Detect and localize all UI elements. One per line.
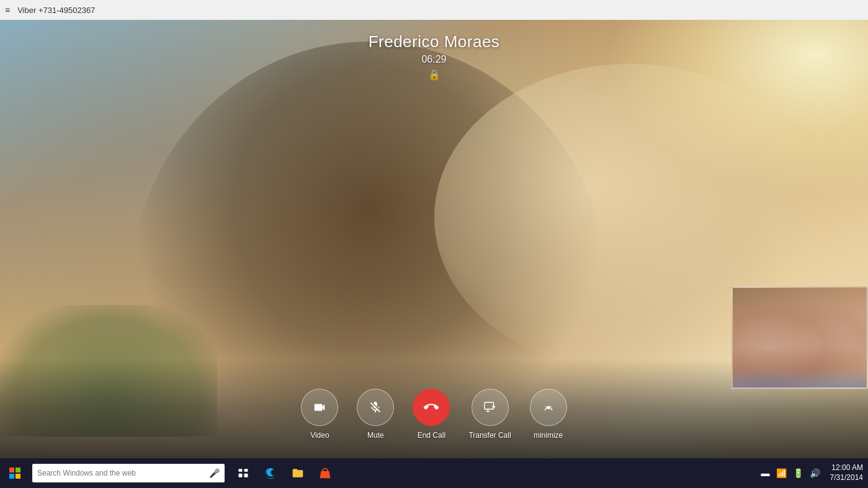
end-call-circle[interactable]	[413, 389, 450, 426]
minimize-button[interactable]: minimize	[530, 389, 567, 440]
minimize-circle[interactable]	[530, 389, 567, 426]
title-bar: ≡ Viber +731-49502367	[0, 0, 868, 20]
end-call-button[interactable]: End Call	[413, 389, 450, 440]
svg-rect-0	[484, 402, 493, 409]
video-label: Video	[310, 431, 329, 440]
file-explorer-button[interactable]	[284, 458, 311, 488]
microphone-icon: 🎤	[209, 468, 220, 478]
video-area: Frederico Moraes 06:29 🔒 Video Mute	[0, 20, 868, 458]
svg-rect-2	[244, 469, 248, 472]
mute-label: Mute	[367, 431, 384, 440]
store-button[interactable]	[311, 458, 339, 488]
start-button[interactable]	[0, 458, 30, 488]
system-tray: ▬ 📶 🔋 🔊 12:00 AM 7/31/2014	[761, 463, 868, 482]
minimize-label: minimize	[534, 431, 563, 440]
tray-icons: ▬ 📶 🔋 🔊	[761, 468, 820, 478]
network-icon[interactable]: 📶	[776, 468, 787, 478]
call-duration: 06:29	[0, 54, 868, 65]
video-circle[interactable]	[301, 389, 338, 426]
transfer-call-button[interactable]: Transfer Call	[468, 389, 511, 440]
caller-name: Frederico Moraes	[0, 32, 868, 51]
svg-rect-1	[239, 469, 243, 472]
taskbar: 🎤	[0, 458, 868, 488]
search-input[interactable]	[37, 469, 209, 477]
self-view-clothes	[733, 348, 867, 388]
call-info: Frederico Moraes 06:29 🔒	[0, 32, 868, 81]
task-view-button[interactable]	[230, 458, 257, 488]
transfer-label: Transfer Call	[468, 431, 511, 440]
search-bar[interactable]: 🎤	[32, 464, 225, 482]
clock-date: 7/31/2014	[830, 473, 863, 483]
mute-button[interactable]: Mute	[357, 389, 394, 440]
video-button[interactable]: Video	[301, 389, 338, 440]
transfer-circle[interactable]	[472, 389, 509, 426]
battery-icon[interactable]: 🔋	[793, 468, 803, 478]
menu-icon[interactable]: ≡	[5, 5, 10, 15]
edge-button[interactable]	[257, 458, 284, 488]
caption-icon[interactable]: ▬	[761, 468, 770, 478]
self-view-thumbnail	[732, 286, 868, 389]
windows-logo	[9, 468, 20, 479]
call-controls: Video Mute End Call	[0, 389, 868, 440]
clock[interactable]: 12:00 AM 7/31/2014	[830, 463, 863, 482]
taskbar-apps	[230, 458, 339, 488]
volume-icon[interactable]: 🔊	[810, 468, 820, 478]
lock-icon: 🔒	[0, 69, 868, 81]
svg-rect-3	[239, 474, 243, 477]
app-title: Viber +731-49502367	[17, 6, 95, 15]
svg-rect-4	[244, 474, 248, 477]
clock-time: 12:00 AM	[830, 463, 863, 473]
end-call-label: End Call	[418, 431, 445, 440]
mute-circle[interactable]	[357, 389, 394, 426]
